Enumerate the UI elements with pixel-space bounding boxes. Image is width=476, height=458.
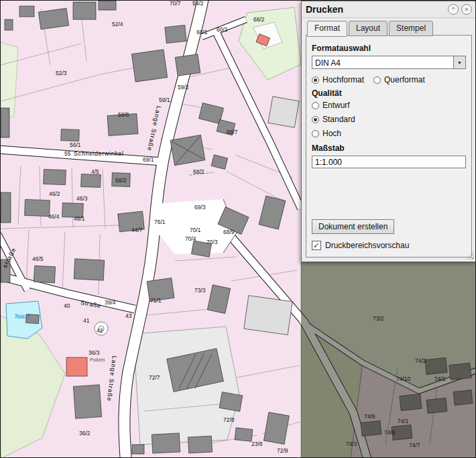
- standard-label: Standard: [322, 115, 355, 124]
- tab-layout[interactable]: Layout: [349, 21, 388, 36]
- close-icon: ×: [465, 7, 468, 13]
- radio-circle-icon: [373, 76, 381, 84]
- entwurf-radio[interactable]: Entwurf: [312, 101, 466, 110]
- dialog-tabs: Format Layout Stempel: [307, 21, 433, 36]
- paper-format-value: DIN A4: [312, 56, 453, 68]
- dialog-titlebar[interactable]: Drucken ^ ×: [302, 1, 476, 18]
- radio-circle-icon: [312, 116, 319, 123]
- standard-radio[interactable]: Standard: [312, 115, 466, 124]
- hoch-radio[interactable]: Hoch: [312, 129, 466, 138]
- collapse-button[interactable]: ^: [448, 4, 459, 15]
- checkbox-label: Druckbereichsvorschau: [325, 241, 409, 250]
- querformat-label: Querformat: [384, 75, 425, 84]
- dialog-title: Drucken: [306, 4, 445, 15]
- quality-label: Qualität: [312, 89, 466, 98]
- format-select-label: Formatauswahl: [312, 44, 466, 53]
- radio-circle-icon: [312, 102, 319, 109]
- format-tab-panel: Formatauswahl DIN A4 ▼ Hochformat Querfo…: [306, 35, 472, 257]
- scale-label: Maßstab: [312, 144, 466, 153]
- tab-stempel[interactable]: Stempel: [389, 21, 433, 36]
- hochformat-radio[interactable]: Hochformat: [312, 75, 364, 84]
- radio-circle-icon: [312, 76, 319, 84]
- querformat-radio[interactable]: Querformat: [373, 75, 425, 84]
- paper-format-select[interactable]: DIN A4 ▼: [312, 56, 466, 69]
- scale-input[interactable]: [312, 156, 466, 168]
- hochformat-label: Hochformat: [322, 75, 364, 84]
- orientation-options: Hochformat Querformat: [312, 75, 466, 84]
- close-button[interactable]: ×: [461, 4, 472, 15]
- round-landmark: [95, 322, 108, 335]
- hoch-label: Hoch: [322, 129, 341, 138]
- create-document-button[interactable]: Dokument erstellen: [312, 219, 394, 234]
- radio-circle-icon: [312, 130, 319, 137]
- chevron-down-icon: ▼: [457, 60, 462, 65]
- quality-options: Entwurf Standard Hoch: [312, 101, 466, 138]
- print-dialog: Drucken ^ × Format Layout Stempel Format…: [301, 1, 476, 262]
- collapse-icon: ^: [452, 7, 455, 13]
- entwurf-label: Entwurf: [322, 101, 350, 110]
- check-icon: ✓: [313, 241, 320, 249]
- checkbox-box-icon: ✓: [312, 241, 321, 250]
- print-area-preview-checkbox[interactable]: ✓ Druckbereichsvorschau: [312, 241, 409, 250]
- dropdown-button[interactable]: ▼: [453, 56, 465, 68]
- tab-format[interactable]: Format: [307, 21, 347, 37]
